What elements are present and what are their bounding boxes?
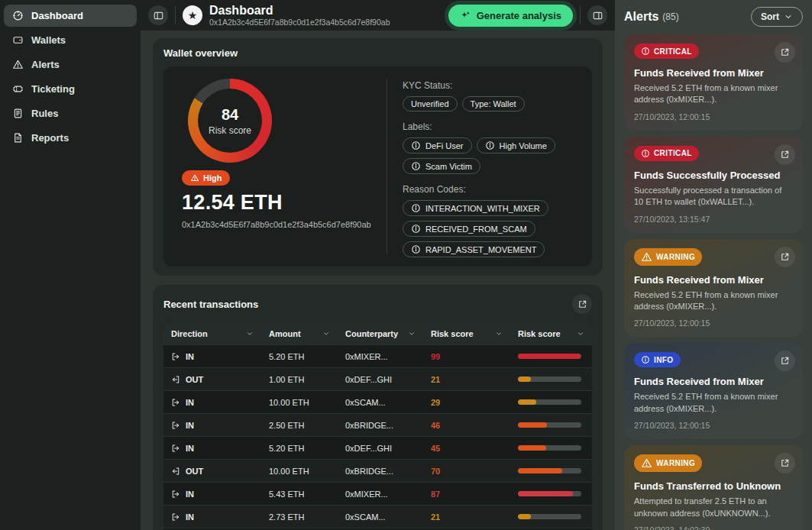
alert-title: Funds Received from Mixer [634,376,793,387]
sidebar-item-alerts[interactable]: Alerts [4,53,137,76]
alerts-sort-button[interactable]: Sort [751,7,803,27]
kyc-status-pill[interactable]: Unverified [403,96,458,111]
table-row[interactable]: IN5.20 ETH0xMIXER...99 [163,344,592,367]
ticket-icon [12,83,24,95]
alerts-list: CRITICALFunds Received from MixerReceive… [615,33,812,530]
risk-score-bar-cell [510,376,592,382]
page-title: Dashboard [209,4,390,18]
wallet-overview-title: Wallet overview [163,47,592,59]
label-pill[interactable]: Scam Victim [403,158,480,174]
arrow-in-icon [171,490,180,499]
column-header-risk-score[interactable]: Risk score [510,323,592,344]
severity-badge: WARNING [634,454,702,472]
arrow-out-icon [171,467,180,476]
sidebar-item-wallets[interactable]: Wallets [4,29,137,51]
alert-card: INFOFunds Received from MixerReceived 5.… [624,343,803,439]
wallet-meta-column: KYC Status: UnverifiedType: Wallet Label… [403,76,580,257]
amount-cell: 2.73 ETH [261,512,338,522]
generate-analysis-button[interactable]: Generate analysis [448,5,573,27]
alert-title: Funds Received from Mixer [634,274,793,286]
risk-score-bar-cell [510,422,592,428]
risk-score-bar-cell [510,514,592,519]
table-row[interactable]: IN2.50 ETH0xBRIDGE...46 [163,413,592,436]
warning-triangle-icon [12,59,24,70]
open-alert-button[interactable] [775,144,795,165]
table-row[interactable]: OUT10.00 ETH0xBRIDGE...70 [163,459,592,482]
chevron-down-icon[interactable] [408,330,416,338]
table-row[interactable]: IN10.00 ETH0xSCAM...29 [163,390,592,413]
pill-label: High Volume [500,141,547,150]
sidebar-item-ticketing[interactable]: Ticketing [4,78,137,100]
risk-level-label: High [203,173,222,183]
risk-bar-fill [518,445,546,451]
left-panel-toggle-button[interactable] [148,5,168,25]
risk-score-value: 84 [222,106,238,124]
amount-cell: 5.20 ETH [261,352,338,361]
gauge-icon [12,10,24,21]
column-header-counterparty[interactable]: Counterparty [338,323,423,344]
chevron-down-icon[interactable] [577,330,584,338]
external-link-icon [779,355,791,367]
labels-pill-row: DeFi UserHigh VolumeScam Victim [403,137,580,174]
sidebar: DashboardWalletsAlertsTicketingRulesRepo… [0,0,141,530]
kyc-status-pill[interactable]: Type: Wallet [462,96,525,111]
risk-score-bar-cell [510,468,592,473]
reason-codes-label: Reason Codes: [403,184,580,195]
alerts-panel: Alerts (85) Sort CRITICALFunds Received … [615,0,812,530]
alert-card: CRITICALFunds Successfully ProcessedSucc… [624,137,803,233]
open-alert-button[interactable] [775,453,795,473]
pill-label: Scam Victim [425,162,472,171]
counterparty-cell: 0xDEF...GHI [338,375,423,384]
open-alert-button[interactable] [775,247,795,267]
right-panel-toggle-button[interactable] [587,5,607,25]
sidebar-item-label: Rules [31,108,58,119]
warning-triangle-icon [190,173,199,183]
sidebar-item-dashboard[interactable]: Dashboard [4,5,137,27]
sidebar-item-label: Ticketing [31,83,75,95]
column-header-direction[interactable]: Direction [163,323,261,344]
column-header-risk-score[interactable]: Risk score [423,323,510,344]
risk-bar-fill [518,376,531,382]
table-row[interactable]: IN5.43 ETH0xMIXER...87 [163,482,592,505]
wallet-overview-card: Wallet overview 84 Risk score High 12. [153,38,603,276]
table-row[interactable]: IN5.20 ETH0xDEF...GHI45 [163,436,592,459]
sort-label: Sort [761,11,779,22]
column-header-amount[interactable]: Amount [261,323,338,344]
counterparty-cell: 0xMIXER... [338,490,423,499]
chevron-down-icon[interactable] [322,330,330,338]
column-header-label: Direction [171,329,208,338]
topbar-divider [175,6,176,24]
risk-score-bar-cell [510,445,592,451]
open-alert-button[interactable] [775,42,795,63]
wallet-panel-divider [387,79,387,254]
severity-label: WARNING [656,253,695,261]
sidebar-item-rules[interactable]: Rules [4,102,137,124]
amount-cell: 10.00 ETH [261,398,338,407]
direction-cell: IN [163,490,261,499]
table-row[interactable]: IN2.73 ETH0xSCAM...21 [163,505,592,528]
sidebar-item-label: Alerts [31,59,60,70]
chevron-down-icon[interactable] [495,330,503,338]
transactions-table: DirectionAmountCounterpartyRisk scoreRis… [163,323,592,530]
direction-cell: IN [163,444,261,453]
direction-cell: IN [163,512,261,522]
info-circle-icon [411,224,421,234]
sidebar-item-reports[interactable]: Reports [4,127,137,149]
reason-code-pill[interactable]: RAPID_ASSET_MOVEMENT [403,241,545,257]
reason-code-pill[interactable]: INTERACTION_WITH_MIXER [403,200,548,216]
risk-bar-track [518,376,581,382]
kyc-status-label: KYC Status: [403,80,580,91]
reason-code-pill[interactable]: RECEIVED_FROM_SCAM [403,221,535,237]
label-pill[interactable]: High Volume [477,137,555,154]
external-link-icon [779,251,791,263]
risk-bar-track [518,354,581,359]
alert-card: WARNINGFunds Received from MixerReceived… [624,239,803,338]
open-alert-button[interactable] [775,351,795,371]
chevron-down-icon[interactable] [246,330,254,338]
sparkles-icon [460,10,471,21]
open-transactions-button[interactable] [572,294,592,314]
alert-timestamp: 27/10/2023, 14:02:30 [634,525,793,530]
label-pill[interactable]: DeFi User [403,137,472,154]
alert-description: Successfully processed a transaction of … [634,185,793,208]
table-row[interactable]: OUT1.00 ETH0xDEF...GHI21 [163,367,592,390]
